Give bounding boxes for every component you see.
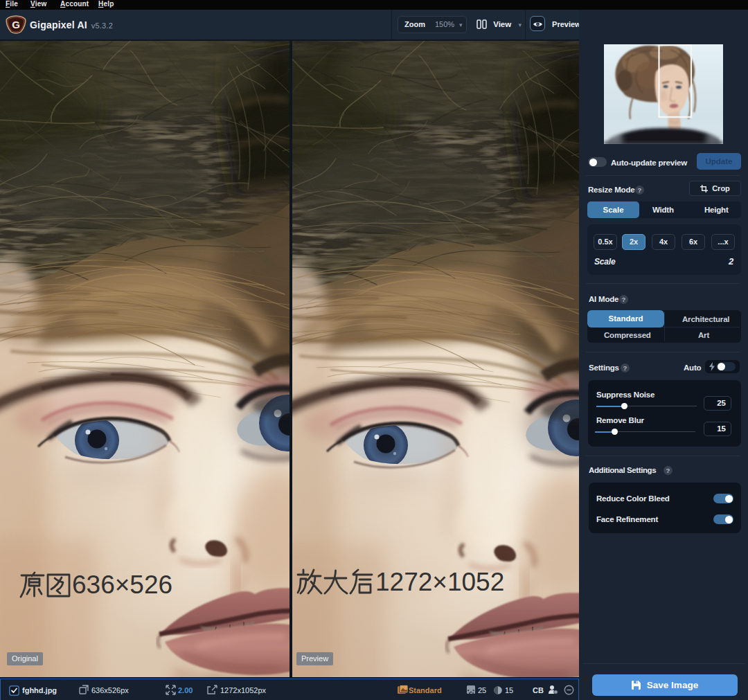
svg-text:G: G [12, 19, 20, 30]
